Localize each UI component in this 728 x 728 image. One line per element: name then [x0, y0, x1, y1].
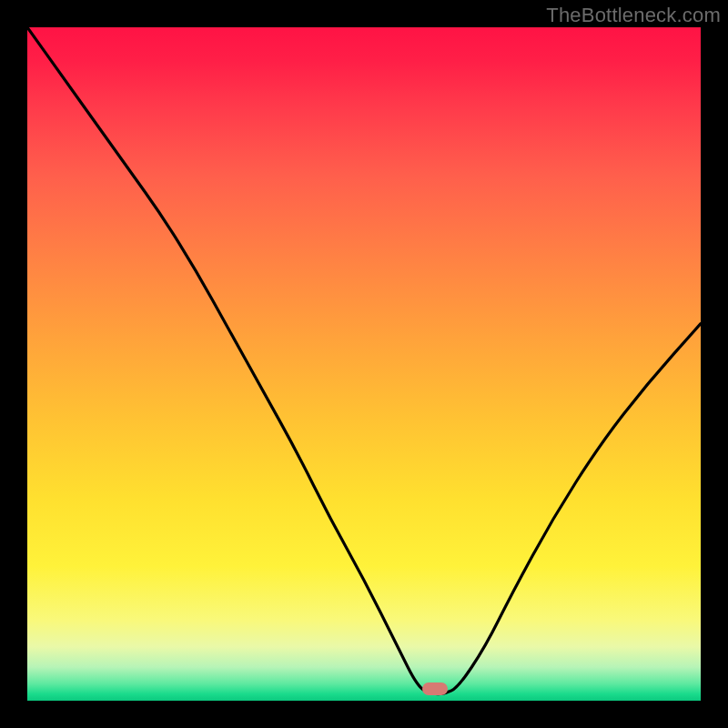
chart-frame: TheBottleneck.com: [0, 0, 728, 728]
bottleneck-curve: [27, 27, 701, 701]
plot-area: [27, 27, 701, 701]
optimal-marker: [422, 682, 448, 695]
watermark-text: TheBottleneck.com: [546, 4, 721, 27]
